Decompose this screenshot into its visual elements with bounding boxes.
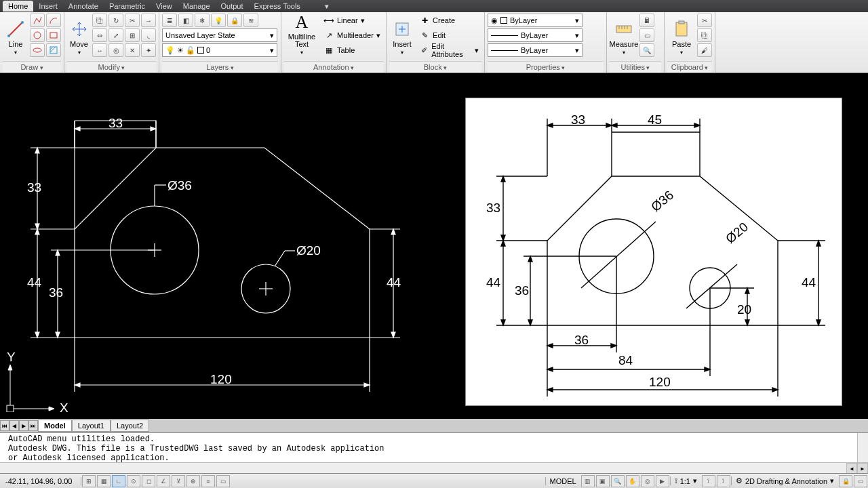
menu-extra-icon[interactable]: ▾ bbox=[319, 1, 334, 12]
color-dropdown[interactable]: ◉ByLayer▾ bbox=[488, 14, 583, 27]
cmd-scrollbar-v[interactable] bbox=[857, 433, 868, 463]
insert-button[interactable]: Insert ▾ bbox=[389, 14, 415, 56]
osnap-toggle[interactable]: ◻ bbox=[142, 475, 155, 487]
polyline-button[interactable] bbox=[30, 14, 45, 27]
extend-button[interactable]: → bbox=[141, 14, 156, 27]
ducs-toggle[interactable]: ⊻ bbox=[172, 475, 185, 487]
quickcalc-button[interactable]: 🖩 bbox=[639, 14, 654, 27]
arc-button[interactable] bbox=[46, 14, 61, 27]
panel-properties-title[interactable]: Properties bbox=[488, 61, 604, 73]
rotate-button[interactable]: ↻ bbox=[108, 14, 123, 27]
block-editattr-button[interactable]: ✐Edit Attributes ▾ bbox=[416, 43, 481, 57]
dim-linear-button[interactable]: ⟷Linear ▾ bbox=[321, 14, 383, 27]
scale-button[interactable]: ⤢ bbox=[108, 28, 123, 42]
menu-tab-manage[interactable]: Manage bbox=[178, 1, 216, 12]
layer-off-button[interactable]: 💡 bbox=[211, 14, 226, 27]
panel-block-title[interactable]: Block bbox=[389, 61, 481, 73]
menu-tab-view[interactable]: View bbox=[151, 1, 178, 12]
matchprop-button[interactable]: 🖌 bbox=[697, 43, 712, 57]
maximize-button[interactable]: ▣ bbox=[596, 475, 610, 487]
tab-last-button[interactable]: ⏭ bbox=[28, 420, 38, 431]
panel-clipboard-title[interactable]: Clipboard bbox=[667, 61, 712, 73]
lineweight-dropdown[interactable]: ByLayer▾ bbox=[488, 43, 583, 57]
table-button[interactable]: ▦Table bbox=[321, 43, 383, 57]
ann-auto-button[interactable]: ⟟ bbox=[717, 475, 730, 487]
lwt-toggle[interactable]: ≡ bbox=[201, 475, 215, 487]
pan-button[interactable]: ✋ bbox=[626, 475, 639, 487]
fillet-button[interactable]: ◟ bbox=[141, 28, 156, 42]
ortho-toggle[interactable]: ∟ bbox=[112, 475, 125, 487]
copyclip-button[interactable]: ⿻ bbox=[697, 28, 712, 42]
grid-toggle[interactable]: ▦ bbox=[97, 475, 111, 487]
mirror-button[interactable]: ⇔ bbox=[92, 28, 107, 42]
steering-button[interactable]: ◎ bbox=[641, 475, 654, 487]
layer-current-dropdown[interactable]: 💡☀🔓0▾ bbox=[162, 43, 277, 57]
layer-lock-button[interactable]: 🔒 bbox=[227, 14, 242, 27]
layer-state-dropdown[interactable]: Unsaved Layer State▾ bbox=[162, 28, 277, 42]
svg-text:84: 84 bbox=[618, 353, 633, 367]
layer-match-button[interactable]: ≋ bbox=[243, 14, 258, 27]
menu-tab-parametric[interactable]: Parametric bbox=[104, 1, 151, 12]
paste-button[interactable]: Paste ▾ bbox=[667, 14, 696, 56]
layer-iso-button[interactable]: ◧ bbox=[178, 14, 193, 27]
tab-prev-button[interactable]: ◀ bbox=[9, 420, 19, 431]
ws-lock-button[interactable]: 🔒 bbox=[839, 475, 852, 487]
menu-bar: Home Insert Annotate Parametric View Man… bbox=[0, 0, 868, 12]
move-button[interactable]: Move ▾ bbox=[67, 14, 91, 56]
annotation-scale[interactable]: ⟟ 1:1 ▾ bbox=[670, 476, 701, 485]
command-window[interactable]: AutoCAD menu utilities loaded. Autodesk … bbox=[0, 432, 868, 473]
layout2-tab[interactable]: Layout2 bbox=[111, 420, 149, 432]
hatch-button[interactable] bbox=[46, 43, 61, 57]
menu-tab-express[interactable]: Express Tools bbox=[249, 1, 306, 12]
drawing-area[interactable]: 33 33 44 36 44 120 Ø36 Ø20 X Y bbox=[0, 73, 868, 419]
menu-tab-output[interactable]: Output bbox=[216, 1, 249, 12]
zoom-button[interactable]: 🔍 bbox=[611, 475, 625, 487]
block-create-button[interactable]: ✚Create bbox=[416, 14, 481, 27]
measure-button[interactable]: Measure ▾ bbox=[610, 14, 638, 56]
rectangle-button[interactable] bbox=[46, 28, 61, 42]
explode-button[interactable]: ✦ bbox=[141, 43, 156, 57]
panel-modify-title[interactable]: Modify bbox=[67, 61, 156, 73]
qp-toggle[interactable]: ▭ bbox=[216, 475, 230, 487]
menu-tab-home[interactable]: Home bbox=[3, 1, 33, 12]
trim-button[interactable]: ✂ bbox=[125, 14, 140, 27]
circle-button[interactable] bbox=[30, 28, 45, 42]
layout1-tab[interactable]: Layout1 bbox=[72, 420, 111, 432]
menu-tab-insert[interactable]: Insert bbox=[33, 1, 63, 12]
linetype-dropdown[interactable]: ByLayer▾ bbox=[488, 28, 583, 42]
erase-button[interactable]: ✕ bbox=[125, 43, 140, 57]
clean-screen-button[interactable]: ▭ bbox=[854, 475, 867, 487]
layer-prop-button[interactable]: ≣ bbox=[162, 14, 177, 27]
tab-next-button[interactable]: ▶ bbox=[19, 420, 28, 431]
layer-freeze-button[interactable]: ❄ bbox=[195, 14, 210, 27]
block-edit-button[interactable]: ✎Edit bbox=[416, 28, 481, 42]
ellipse-button[interactable] bbox=[30, 43, 45, 57]
layout-quick-button[interactable]: ▥ bbox=[581, 475, 595, 487]
array-button[interactable]: ⊞ bbox=[125, 28, 140, 42]
workspace-switch[interactable]: ⚙ 2D Drafting & Annotation ▾ bbox=[731, 476, 838, 485]
panel-utilities-title[interactable]: Utilities bbox=[610, 61, 661, 73]
menu-tab-annotate[interactable]: Annotate bbox=[63, 1, 104, 12]
cmd-scrollbar-h[interactable]: ◀▶ bbox=[0, 462, 868, 473]
copy-button[interactable]: ⿻ bbox=[92, 14, 107, 27]
quickselect-button[interactable]: 🔍 bbox=[639, 43, 654, 57]
stretch-button[interactable]: ↔ bbox=[92, 43, 107, 57]
polar-toggle[interactable]: ⊙ bbox=[127, 475, 140, 487]
model-tab[interactable]: Model bbox=[38, 420, 72, 432]
offset-button[interactable]: ◎ bbox=[108, 43, 123, 57]
panel-layers-title[interactable]: Layers bbox=[162, 61, 278, 73]
dyn-toggle[interactable]: ⊕ bbox=[186, 475, 200, 487]
panel-draw-title[interactable]: Draw bbox=[3, 61, 61, 73]
mtext-button[interactable]: A Multiline Text ▾ bbox=[284, 14, 319, 56]
snap-toggle[interactable]: ⊞ bbox=[82, 475, 96, 487]
line-button[interactable]: Line ▾ bbox=[3, 14, 28, 56]
selectall-button[interactable]: ▭ bbox=[639, 28, 654, 42]
tab-first-button[interactable]: ⏮ bbox=[0, 420, 9, 431]
model-space-button[interactable]: MODEL bbox=[545, 477, 580, 485]
mleader-button[interactable]: ↗Multileader ▾ bbox=[321, 28, 383, 42]
otrack-toggle[interactable]: ∠ bbox=[157, 475, 170, 487]
cut-button[interactable]: ✂ bbox=[697, 14, 712, 27]
panel-annotation-title[interactable]: Annotation bbox=[284, 61, 383, 73]
showmotion-button[interactable]: ▶ bbox=[656, 475, 669, 487]
ann-vis-button[interactable]: ⟟ bbox=[702, 475, 715, 487]
